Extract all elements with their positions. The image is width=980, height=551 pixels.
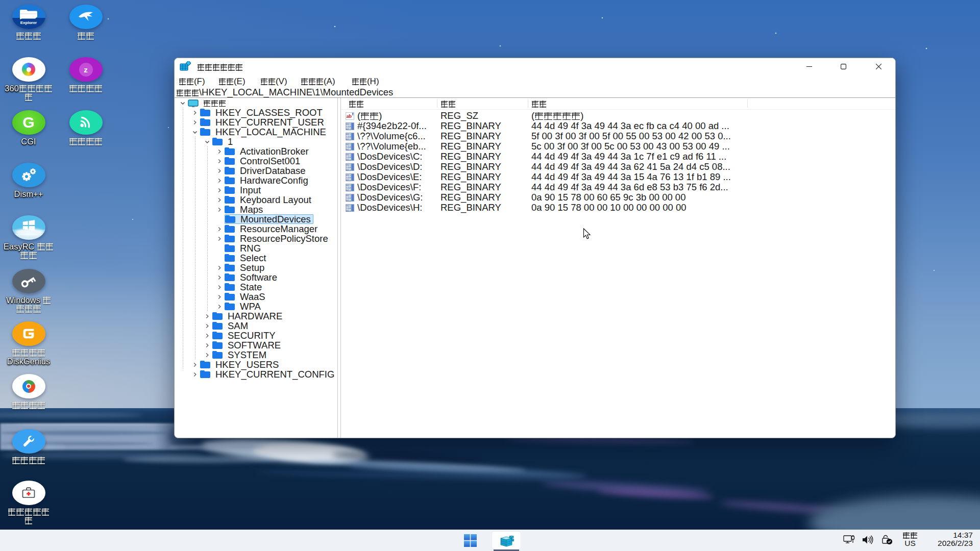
svg-text:011: 011 (346, 128, 351, 130)
svg-text:011: 011 (346, 209, 351, 212)
svg-text:Explorer: Explorer (20, 20, 37, 25)
svg-text:011: 011 (346, 168, 351, 171)
svg-text:011: 011 (346, 189, 351, 191)
svg-text:011: 011 (346, 138, 351, 140)
svg-text:011: 011 (346, 199, 351, 202)
svg-text:ab: ab (347, 113, 352, 118)
svg-text:011: 011 (346, 158, 351, 161)
svg-text:011: 011 (346, 148, 351, 151)
svg-text:011: 011 (346, 179, 351, 181)
